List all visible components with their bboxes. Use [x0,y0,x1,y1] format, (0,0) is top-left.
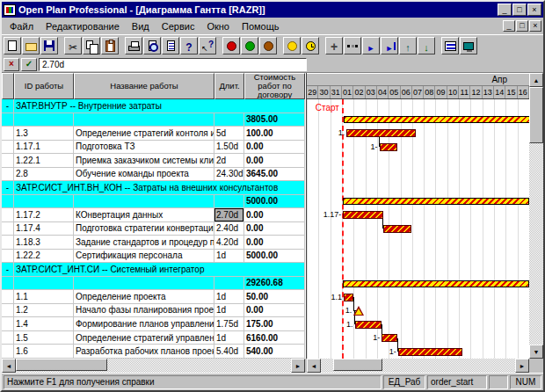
cell-id[interactable]: 1.17.2 [14,208,74,222]
header-cost[interactable]: Стоимость работ по договору [244,73,305,99]
cell-name[interactable] [74,277,214,291]
vertical-scrollbar[interactable]: ▲ ▼ [529,73,543,359]
cell-id[interactable]: 1.17.1 [14,141,74,155]
cell-duration[interactable]: 1d [214,304,244,318]
table-hscroll-track[interactable] [16,359,291,373]
cell-duration[interactable] [214,113,244,127]
table-row[interactable]: 1.17.1Подготовка ТЗ1.50d0.00 [2,141,305,155]
cell-name[interactable]: Определение стратегий управления и [74,331,214,345]
table-row[interactable]: 1.6Разработка рабочих планов проекта5.40… [2,345,305,359]
table-row[interactable]: 1.3Определение стратегий контоля и отч5d… [2,127,305,141]
link-activities-button[interactable] [344,37,361,54]
scroll-up-button[interactable]: ▲ [529,73,543,87]
table-hscroll-thumb[interactable] [16,359,107,371]
row-collapse-toggle[interactable]: - [2,99,14,113]
cell-id[interactable] [14,113,74,127]
cell-cost[interactable]: 0.00 [244,208,305,222]
next-activity-button[interactable] [362,37,380,54]
table-row[interactable]: 1.18.3Задание стандартов и процедур по д… [2,236,305,250]
table-row[interactable]: 2.8Обучение команды проекта24.30d3645.00 [2,168,305,182]
cell-duration[interactable]: 1d [214,250,244,264]
cell-cost[interactable]: 6160.00 [244,331,305,345]
cell-id[interactable]: 1.17.4 [14,222,74,236]
gantt-view-button[interactable] [441,37,459,54]
cell-id[interactable]: 2.8 [14,168,74,182]
cell-name[interactable]: Задание стандартов и процедур по д [74,236,214,250]
cell-id[interactable]: 1.22.2 [14,250,74,264]
cell-id[interactable]: 1.6 [14,345,74,359]
cell-cost[interactable]: 50.00 [244,290,305,304]
mdi-minimize-button[interactable]: _ [503,20,515,32]
cell-name[interactable]: Разработка рабочих планов проекта [74,345,214,359]
paste-button[interactable] [101,37,119,54]
mdi-restore-button[interactable]: □ [516,20,528,32]
gantt-bar-summary[interactable] [344,116,529,123]
gantt-bar-task[interactable] [398,348,462,356]
cell-duration[interactable]: 4.20d [214,236,244,250]
new-file-button[interactable] [4,37,21,54]
cell-duration[interactable]: 1.75d [214,317,244,331]
cut-button[interactable] [64,37,82,54]
table-row[interactable]: 1.4Формирование планов управления1.75d17… [2,317,305,331]
table-scroll-right-button[interactable]: ► [291,359,305,373]
gantt-milestone[interactable] [353,306,364,316]
cell-duration[interactable]: 2.40d [214,222,244,236]
cell-id[interactable] [14,195,74,209]
table-scroll-left-button[interactable]: ◄ [2,359,16,373]
cell-name[interactable]: Начало фазы планирования проекта [74,304,214,318]
gantt-bar-summary[interactable] [343,280,529,287]
gantt-bar-task[interactable] [343,211,382,219]
add-activity-button[interactable] [325,37,343,54]
cell-name[interactable]: Формирование планов управления [74,317,214,331]
cell-duration[interactable]: 24.30d [214,168,244,182]
open-file-button[interactable] [22,37,40,54]
baseline-button[interactable] [283,37,301,54]
cell-cost[interactable]: 0.00 [244,154,305,168]
accept-edit-button[interactable]: ✓ [21,58,37,71]
cell-duration[interactable]: 1d [214,331,244,345]
cell-cost[interactable]: 3805.00 [244,113,305,127]
cell-id[interactable]: 1.3 [14,127,74,141]
cell-id[interactable]: 1.22.1 [14,154,74,168]
context-help-button[interactable] [199,37,216,54]
table-row[interactable]: -ЗАТР.СИСТ_ИНТ.ВН_КОН -- Затраты на внеш… [2,181,305,195]
gantt-bar-task[interactable] [383,225,411,233]
cell-name[interactable]: Сертификация персонала [74,250,214,264]
copy-button[interactable] [83,37,100,54]
table-row[interactable]: -ЗАТР.ВНУТР -- Внутренние затраты [2,99,305,113]
gantt-scroll-right-button[interactable]: ► [515,359,529,373]
cell-duration[interactable]: 1.50d [214,141,244,155]
table-hscrollbar[interactable]: ◄ ► [2,359,305,373]
cell-name[interactable]: Определение проекта [74,290,214,304]
gantt-bar-task[interactable] [355,321,382,329]
cell-duration[interactable]: 2d [214,154,244,168]
menu-item-4[interactable]: Окно [200,19,236,33]
gantt-bar-task[interactable] [344,294,353,301]
table-row[interactable]: 3805.00 [2,113,305,127]
cell-cost[interactable]: 0.00 [244,222,305,236]
cell-name[interactable]: Приемка заказчиком системы клиент [74,154,214,168]
cell-duration[interactable]: 5d [214,127,244,141]
print-preview-button[interactable] [143,37,161,54]
cell-name[interactable]: Обучение команды проекта [74,168,214,182]
table-row[interactable]: 1.2Начало фазы планирования проекта1d0.0… [2,304,305,318]
table-row[interactable]: -ЗАТР.СИСТ_ИНТ.СИ -- Системный интеграто… [2,263,305,277]
cell-duration[interactable] [214,195,244,209]
vertical-scroll-thumb[interactable] [529,87,543,143]
maximize-button[interactable]: □ [512,4,527,16]
menu-item-0[interactable]: Файл [4,19,40,33]
table-row[interactable]: 1.1Определение проекта1d50.00 [2,290,305,304]
cell-cost[interactable]: 5000.00 [244,195,305,209]
cancel-edit-button[interactable]: × [4,58,19,71]
gantt-scroll-left-button[interactable]: ◄ [307,359,321,373]
close-button[interactable]: × [527,4,541,16]
table-row[interactable]: 1.17.4Подготовка стратегии конвертации2.… [2,222,305,236]
gantt-hscroll-thumb[interactable] [333,359,382,371]
vertical-scroll-track[interactable] [529,87,543,345]
help-button[interactable] [180,37,198,54]
scroll-down-button[interactable]: ▼ [529,345,543,359]
report-button[interactable] [162,37,179,54]
cell-id[interactable]: 1.5 [14,331,74,345]
print-button[interactable] [125,37,142,54]
mdi-close-button[interactable]: × [529,20,541,32]
